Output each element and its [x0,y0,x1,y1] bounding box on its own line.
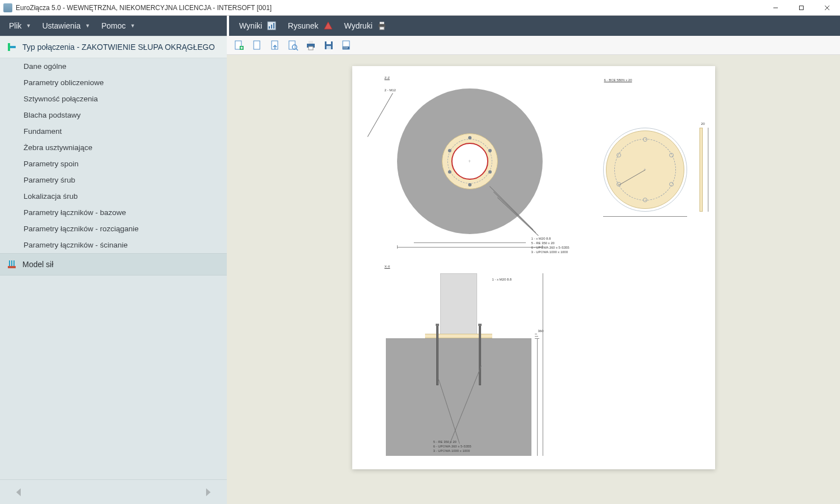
svg-rect-11 [380,27,384,30]
plan-view-small: + [603,128,687,212]
title-bar: EuroZłącza 5.0 - WEWNĘTRZNA, NIEKOMERCYJ… [0,0,840,16]
center-mark-icon: + [468,158,471,164]
svg-rect-12 [8,43,10,51]
sidebar-item-laczniki-scinanie[interactable]: Parametry łączników - ścinanie [0,237,227,253]
export-dxf-button[interactable]: DXF [340,39,353,52]
main-area: DXF Z-Z 2 - M12 + [227,36,840,504]
svg-rect-31 [309,41,313,44]
view-label-zz: Z-Z [385,76,390,80]
callout-text: 5 - RE 350 x 20 [531,241,555,245]
sidebar-item-parametry-spoin[interactable]: Parametry spoin [0,156,227,172]
menu-ustawienia[interactable]: Ustawienia ▼ [36,18,95,34]
drawing-canvas[interactable]: Z-Z 2 - M12 + [227,55,840,504]
page-button[interactable] [250,39,264,52]
menu-label: Wydruki [344,21,372,30]
svg-rect-13 [10,46,16,48]
svg-rect-6 [271,25,272,29]
sidebar-item-label: Sztywność połączenia [24,95,98,103]
sidebar-item-label: Dane ogólne [24,62,67,71]
dimension-line [537,338,538,456]
svg-rect-5 [269,26,270,29]
window-minimize-button[interactable] [763,0,788,16]
menu-label: Plik [9,21,22,30]
sidebar-item-zebra-usztywniajace[interactable]: Żebra usztywniające [0,139,227,156]
sidebar-item-laczniki-rozciaganie[interactable]: Parametry łączników - rozciąganie [0,221,227,237]
sidebar: Typ połączenia - ZAKOTWIENIE SŁUPA OKRĄG… [0,36,227,504]
sidebar-item-parametry-srub[interactable]: Parametry śrub [0,172,227,188]
sidebar-footer-model-sil[interactable]: Model sił [0,253,227,276]
sidebar-item-sztywnosc-polaczenia[interactable]: Sztywność połączenia [0,91,227,107]
sidebar-item-label: Parametry śrub [24,176,75,184]
elev-callout: 3 - UPOWA 1000 x 1000 [433,449,470,452]
svg-rect-10 [380,22,384,24]
dimension-text: 360 [538,329,544,333]
page-inspect-button[interactable] [286,39,300,52]
callout-text: 6 - UPOWA 260 x 5-S355 [531,246,570,249]
chevron-down-icon: ▼ [85,23,90,29]
nav-prev-button[interactable] [11,484,27,500]
svg-rect-24 [254,41,260,49]
view-label-xx: X-X [385,265,390,268]
chevron-down-icon: ▼ [130,23,135,29]
forces-model-icon [7,259,17,269]
page-import-button[interactable] [268,39,282,52]
sidebar-item-laczniki-bazowe[interactable]: Parametry łączników - bazowe [0,204,227,221]
menu-label: Pomoc [101,21,126,30]
menu-label: Rysunek [288,21,318,30]
part-title: 6 - BCE 580N x 20 [604,78,632,82]
sidebar-header[interactable]: Typ połączenia - ZAKOTWIENIE SŁUPA OKRĄG… [0,36,227,58]
menu-label: Wyniki [239,21,262,30]
window-close-button[interactable] [814,0,840,16]
app-icon [3,3,12,12]
dimension-line [414,242,526,243]
save-button[interactable] [322,39,335,52]
dimension-text: 20 [701,122,705,125]
svg-line-29 [296,49,298,50]
menu-wyniki[interactable]: Wyniki [234,17,282,34]
sidebar-item-dane-ogolne[interactable]: Dane ogólne [0,58,227,74]
svg-text:DXF: DXF [343,46,348,49]
menu-wydruki[interactable]: Wydruki [339,17,393,34]
chevron-down-icon: ▼ [26,23,31,29]
sidebar-header-label: Typ połączenia - ZAKOTWIENIE SŁUPA OKRĄG… [22,43,215,52]
drawing-page: Z-Z 2 - M12 + [352,66,715,469]
plan-view-large: + [397,88,543,234]
print-button[interactable] [304,39,318,52]
sidebar-item-parametry-obliczeniowe[interactable]: Parametry obliczeniowe [0,74,227,91]
sidebar-item-label: Parametry obliczeniowe [24,78,104,87]
dimension-line [543,273,543,456]
elev-callout: 5 - RE 350 x 20 [433,440,457,444]
menu-pomoc[interactable]: Pomoc ▼ [96,18,141,34]
svg-marker-19 [206,488,211,496]
new-page-button[interactable] [232,39,246,52]
connection-type-icon [7,42,17,52]
sidebar-item-blacha-podstawy[interactable]: Blacha podstawy [0,107,227,123]
elev-callout: 1 - x M20 8.8 [492,278,512,281]
menu-plik[interactable]: Plik ▼ [3,18,36,34]
window-maximize-button[interactable] [788,0,814,16]
sidebar-item-label: Parametry łączników - ścinanie [24,241,128,249]
dimension-line [708,128,708,212]
dimension-line [397,247,543,248]
nav-next-button[interactable] [200,484,216,500]
elev-callout: 6 - UPOWA 260 x 5-S355 [433,445,472,448]
svg-rect-34 [326,41,331,44]
plate-side-view [699,128,703,212]
sidebar-item-label: Żebra usztywniające [24,143,92,152]
sidebar-item-label: Parametry łączników - rozciąganie [24,225,139,233]
sidebar-footer-label: Model sił [22,260,53,269]
dimension-line [603,216,687,217]
drawing-toolbar: DXF [227,36,840,55]
sidebar-item-label: Lokalizacja śrub [24,192,78,200]
menu-bar: Plik ▼ Ustawienia ▼ Pomoc ▼ Wyniki Rysun… [0,16,840,36]
svg-rect-32 [309,46,313,50]
results-icon [267,21,277,31]
sidebar-item-label: Fundament [24,127,62,136]
menu-rysunek[interactable]: Rysunek [282,17,338,34]
sidebar-item-fundament[interactable]: Fundament [0,123,227,139]
window-title: EuroZłącza 5.0 - WEWNĘTRZNA, NIEKOMERCYJ… [16,4,272,12]
sidebar-item-label: Parametry łączników - bazowe [24,208,126,217]
sidebar-item-label: Parametry spoin [24,160,78,168]
sidebar-nav [0,479,227,504]
sidebar-item-lokalizacja-srub[interactable]: Lokalizacja śrub [0,188,227,204]
